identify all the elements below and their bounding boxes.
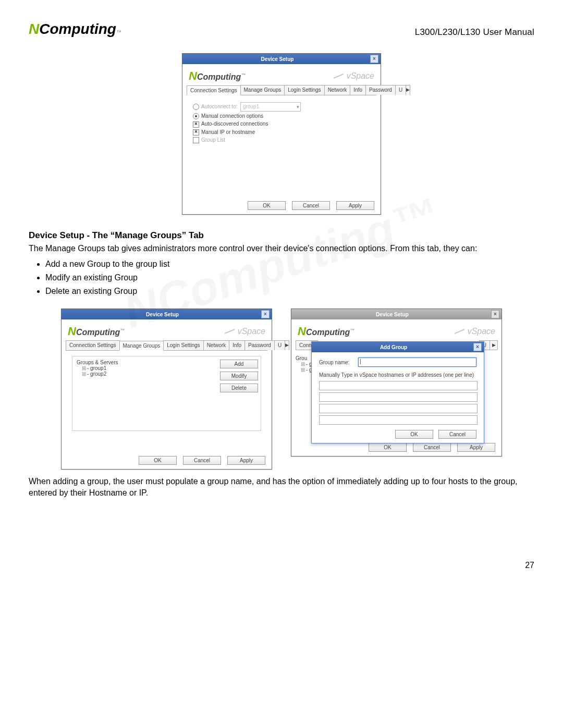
add-button[interactable]: Add [220,360,258,368]
tab-scroll-right-icon[interactable]: ▶ [406,85,410,95]
ok-button[interactable]: OK [369,443,407,452]
close-icon[interactable]: × [370,55,378,63]
tab-manage-groups[interactable]: Manage Groups [240,85,285,95]
cancel-button[interactable]: Cancel [292,201,330,210]
tab-connection-settings[interactable]: Connection Settings [66,340,120,350]
group-name-input[interactable]: | [358,357,476,367]
section-heading: Device Setup - The “Manage Groups” Tab [29,230,534,241]
modal-titlebar: Add Group × [312,342,484,352]
bullet-list: Add a new Group to the group list Modify… [45,260,534,296]
vspace-label: vSpace [224,327,265,336]
autoconnect-label: Autoconnect to: [201,104,238,109]
tab-login-settings[interactable]: Login Settings [284,85,324,95]
host-input-1[interactable] [319,381,478,390]
tab-manage-groups[interactable]: Manage Groups [119,341,164,351]
page-number: 27 [29,561,534,570]
group-item[interactable]: group2 [90,371,106,377]
tab-u[interactable]: U [395,85,406,95]
tab-network[interactable]: Network [203,340,230,350]
autoconnect-dropdown[interactable]: group1 [240,102,301,112]
host-input-4[interactable] [319,415,478,425]
tab-login-settings[interactable]: Login Settings [163,340,203,350]
tab-scroll-right-icon[interactable]: ▶ [285,340,289,350]
tree-toggle-icon[interactable]: ⊞ [82,371,86,377]
tree-toggle-icon[interactable]: ⊞ [82,365,86,371]
delete-button[interactable]: Delete [220,384,258,392]
group-name-label: Group name: [319,360,358,365]
check-auto-discovered[interactable] [193,121,199,128]
tab-info[interactable]: Info [229,340,245,350]
cancel-button[interactable]: Cancel [183,456,221,465]
tab-info[interactable]: Info [350,85,366,95]
ok-button[interactable]: OK [139,456,177,465]
group-item[interactable]: group1 [90,365,106,371]
tab-network[interactable]: Network [324,85,351,95]
host-input-2[interactable] [319,392,478,402]
radio-manual-options[interactable] [193,113,199,119]
list-item: Add a new Group to the group list [45,260,534,269]
check-manual-ip[interactable] [193,129,199,135]
screenshot-connection-settings: Device Setup × NComputing™ vSpace Connec… [182,53,381,215]
modal-ok-button[interactable]: OK [395,430,433,439]
check-group-list[interactable] [193,137,199,143]
manual-options-label: Manual connection options [201,113,263,119]
tab-connection-settings[interactable]: Connection Settings [187,85,241,95]
page-header: NComputing™ L300/L230/L130 User Manual [29,21,534,38]
group-list-label: Group List [201,137,225,143]
tree-toggle-icon: ⊞ [301,367,305,373]
manual-ip-label: Manual IP or hostname [201,129,255,135]
doc-title: L300/L230/L130 User Manual [415,27,534,38]
tab-password[interactable]: Password [244,340,275,350]
modify-button[interactable]: Modify [220,372,258,380]
window-title: Device Setup [185,56,370,62]
apply-button[interactable]: Apply [457,443,495,452]
apply-button[interactable]: Apply [336,201,374,210]
app-logo: NComputing™ [189,69,246,83]
tab-u[interactable]: U [274,340,285,350]
tree-toggle-icon: ⊞ [301,361,305,367]
titlebar: Device Setup × [62,309,272,319]
vspace-label: vSpace [454,327,495,336]
tab-bar: Connection Settings Manage Groups Login … [66,340,267,351]
close-icon[interactable]: × [261,310,270,318]
list-item: Delete an existing Group [45,287,534,296]
logo-text: Computing [39,21,116,38]
window-title: Device Setup [64,312,261,317]
titlebar: Device Setup × [291,309,501,319]
tab-password[interactable]: Password [365,85,396,95]
modal-title-text: Add Group [314,344,473,350]
hosts-instruction: Manually Type in vSpace hostnames or IP … [319,372,476,378]
modal-cancel-button[interactable]: Cancel [438,430,476,439]
app-logo: NComputing™ [298,325,354,338]
logo-n: N [29,21,39,38]
apply-button[interactable]: Apply [227,456,265,465]
tab-bar: Connection Settings Manage Groups Login … [187,85,376,95]
vspace-label: vSpace [333,71,374,81]
groups-servers-label: Groups & Servers [77,360,220,365]
intro-text: The Manage Groups tab gives administrato… [29,243,534,254]
ok-button[interactable]: OK [248,201,286,210]
host-input-3[interactable] [319,404,478,413]
add-group-modal: Add Group × Group name: | Manually Type … [311,341,484,443]
screenshot-manage-groups: Device Setup × NComputing™ vSpace Connec… [61,309,272,470]
window-title: Device Setup [293,312,491,317]
close-icon[interactable]: × [491,310,499,318]
list-item: Modify an existing Group [45,273,534,282]
cancel-button[interactable]: Cancel [413,443,451,452]
groups-panel: Groups & Servers ⊞- group1 ⊞- group2 Add… [72,356,261,431]
tab-scroll-right-icon[interactable]: ▶ [489,340,498,350]
logo-tm: ™ [116,29,121,35]
auto-discovered-label: Auto-discovered connections [201,121,268,127]
ncomputing-logo: NComputing™ [29,21,121,38]
radio-autoconnect[interactable] [193,104,199,110]
titlebar: Device Setup × [182,54,381,64]
app-logo: NComputing™ [68,325,125,338]
followup-text: When adding a group, the user must popul… [29,476,534,498]
modal-close-icon[interactable]: × [473,343,482,351]
screenshot-add-group: Device Setup × NComputing™ vSpace Conne … [291,309,502,456]
